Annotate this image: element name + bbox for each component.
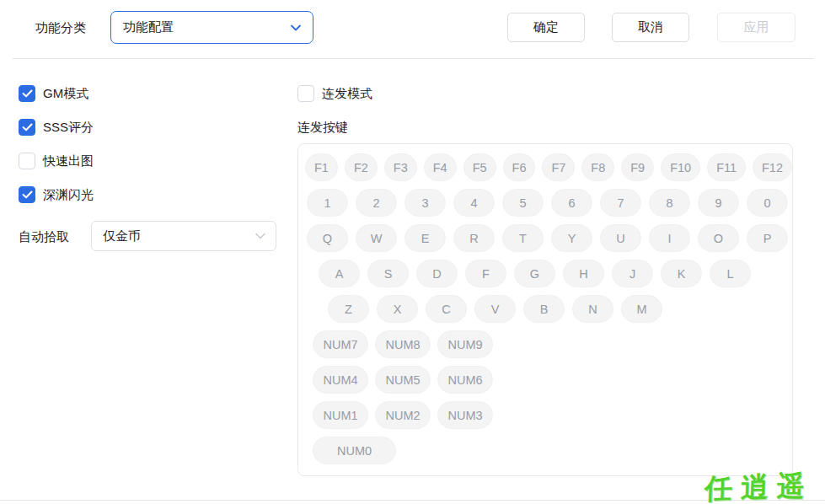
key-F8[interactable]: F8 (581, 153, 614, 181)
key-R[interactable]: R (453, 224, 495, 252)
gm-mode-checkbox[interactable] (19, 85, 35, 102)
keyboard-row: NUM7NUM8NUM9 (313, 330, 792, 358)
key-O[interactable]: O (698, 224, 739, 252)
key-F7[interactable]: F7 (542, 153, 575, 181)
checkbox-row-gm-mode[interactable]: GM模式 (19, 85, 88, 102)
key-S[interactable]: S (367, 260, 409, 287)
key-NUM4[interactable]: NUM4 (313, 366, 368, 394)
abyss-flash-checkbox[interactable] (19, 186, 35, 203)
key-I[interactable]: I (649, 224, 690, 252)
key-6[interactable]: 6 (551, 189, 592, 217)
key-4[interactable]: 4 (453, 189, 495, 217)
key-2[interactable]: 2 (356, 189, 397, 217)
key-F[interactable]: F (465, 260, 506, 287)
keyboard-row: F1F2F3F4F5F6F7F8F9F10F11F12 (305, 153, 792, 181)
key-NUM7[interactable]: NUM7 (313, 330, 368, 358)
key-P[interactable]: P (747, 224, 788, 252)
chevron-down-icon (289, 21, 303, 35)
key-T[interactable]: T (502, 224, 544, 252)
keyboard-row: NUM0 (313, 437, 792, 464)
burst-mode-label: 连发模式 (322, 86, 372, 102)
auto-pickup-label: 自动拾取 (19, 229, 69, 245)
burst-keys-label: 连发按键 (297, 120, 348, 136)
key-5[interactable]: 5 (502, 189, 544, 217)
key-C[interactable]: C (426, 295, 467, 323)
sss-score-checkbox[interactable] (19, 119, 35, 136)
key-K[interactable]: K (661, 260, 702, 287)
key-B[interactable]: B (523, 295, 565, 323)
burst-keys-keyboard: F1F2F3F4F5F6F7F8F9F10F11F121234567890QWE… (297, 143, 793, 476)
key-1[interactable]: 1 (307, 189, 348, 217)
key-Q[interactable]: Q (307, 224, 348, 252)
key-F10[interactable]: F10 (661, 153, 700, 181)
key-NUM3[interactable]: NUM3 (437, 401, 493, 429)
key-F1[interactable]: F1 (305, 153, 338, 181)
bottom-divider (0, 500, 825, 501)
key-W[interactable]: W (356, 224, 397, 252)
key-F9[interactable]: F9 (621, 153, 654, 181)
key-NUM6[interactable]: NUM6 (437, 366, 493, 394)
keyboard-row: NUM4NUM5NUM6 (313, 366, 792, 394)
key-F5[interactable]: F5 (463, 153, 496, 181)
key-NUM1[interactable]: NUM1 (313, 401, 368, 429)
key-F11[interactable]: F11 (707, 153, 746, 181)
key-J[interactable]: J (612, 260, 653, 287)
abyss-flash-label: 深渊闪光 (43, 187, 94, 203)
key-V[interactable]: V (474, 295, 516, 323)
key-F3[interactable]: F3 (384, 153, 417, 181)
key-Y[interactable]: Y (551, 224, 592, 252)
auto-pickup-select[interactable]: 仅金币 (91, 221, 276, 251)
ok-button[interactable]: 确定 (507, 13, 585, 42)
keyboard-row: QWERTYUIOP (307, 224, 792, 252)
key-F6[interactable]: F6 (503, 153, 536, 181)
checkbox-row-abyss-flash[interactable]: 深渊闪光 (19, 186, 94, 203)
key-NUM5[interactable]: NUM5 (375, 366, 431, 394)
chevron-down-icon (254, 229, 267, 243)
key-NUM0[interactable]: NUM0 (313, 437, 396, 464)
key-N[interactable]: N (572, 295, 613, 323)
key-NUM2[interactable]: NUM2 (375, 401, 431, 429)
key-D[interactable]: D (416, 260, 458, 287)
key-G[interactable]: G (514, 260, 555, 287)
key-U[interactable]: U (600, 224, 641, 252)
key-M[interactable]: M (621, 295, 662, 323)
keyboard-row: ZXCVBNM (328, 295, 792, 323)
keyboard-row: 1234567890 (307, 189, 792, 217)
key-X[interactable]: X (377, 295, 418, 323)
key-3[interactable]: 3 (404, 189, 446, 217)
key-7[interactable]: 7 (600, 189, 641, 217)
cancel-button[interactable]: 取消 (612, 13, 689, 42)
sss-score-label: SSS评分 (43, 120, 94, 136)
watermark-signature: 任逍遥 (704, 467, 813, 504)
category-select[interactable]: 功能配置 (110, 11, 313, 44)
keyboard-row: ASDFGHJKL (319, 260, 792, 287)
auto-pickup-value: 仅金币 (103, 228, 141, 244)
category-label: 功能分类 (35, 20, 86, 36)
category-select-value: 功能配置 (123, 19, 174, 35)
header-divider (13, 58, 813, 59)
key-NUM9[interactable]: NUM9 (437, 330, 493, 358)
key-H[interactable]: H (563, 260, 604, 287)
key-F2[interactable]: F2 (345, 153, 378, 181)
key-9[interactable]: 9 (698, 189, 739, 217)
key-F12[interactable]: F12 (753, 153, 792, 181)
apply-button-disabled[interactable]: 应用 (717, 13, 796, 42)
key-L[interactable]: L (710, 260, 751, 287)
fast-map-checkbox[interactable] (19, 153, 35, 169)
keyboard-row: NUM1NUM2NUM3 (313, 401, 792, 429)
key-NUM8[interactable]: NUM8 (375, 330, 431, 358)
fast-map-label: 快速出图 (43, 153, 94, 169)
checkbox-row-burst-mode[interactable]: 连发模式 (297, 85, 372, 102)
gm-mode-label: GM模式 (43, 86, 88, 102)
checkbox-row-fast-map[interactable]: 快速出图 (19, 153, 94, 169)
key-Z[interactable]: Z (328, 295, 369, 323)
burst-mode-checkbox[interactable] (297, 85, 314, 102)
checkbox-row-sss-score[interactable]: SSS评分 (19, 119, 94, 136)
key-F4[interactable]: F4 (424, 153, 457, 181)
key-8[interactable]: 8 (649, 189, 690, 217)
key-E[interactable]: E (404, 224, 446, 252)
key-0[interactable]: 0 (747, 189, 788, 217)
key-A[interactable]: A (319, 260, 360, 287)
